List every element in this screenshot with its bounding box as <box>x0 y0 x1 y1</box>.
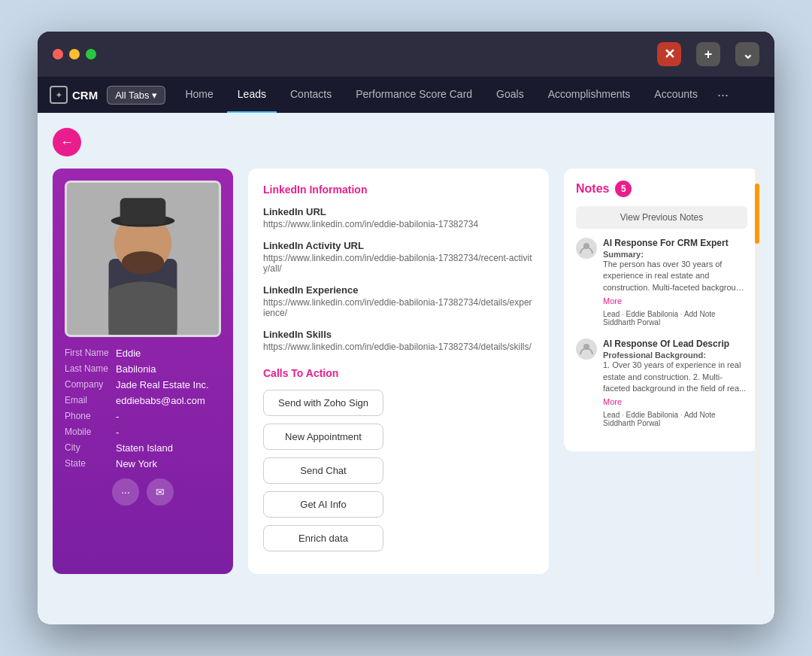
all-tabs-button[interactable]: All Tabs ▾ <box>107 86 165 105</box>
zoho-sign-button[interactable]: Send with Zoho Sign <box>263 390 383 416</box>
note-meta: Lead · Eddie Babilonia · Add Note Siddha… <box>603 310 747 326</box>
crm-logo-icon: ✦ <box>50 86 68 104</box>
linkedin-skills-label: LinkedIn Skills <box>263 329 534 340</box>
app-window: ✕ + ⌄ ✦ CRM All Tabs ▾ Home Leads Contac… <box>38 32 774 624</box>
company-value: Jade Real Estate Inc. <box>116 379 209 390</box>
email-value: eddiebabs@aol.com <box>116 395 205 406</box>
company-field: Company Jade Real Estate Inc. <box>65 379 221 390</box>
state-field: State New York <box>65 458 221 469</box>
add-note-link[interactable]: Add Note <box>684 310 716 318</box>
profile-email-button[interactable]: ✉ <box>147 478 174 506</box>
crm-logo: ✦ CRM <box>50 86 98 104</box>
state-label: State <box>65 458 110 469</box>
last-name-label: Last Name <box>65 363 110 374</box>
linkedin-section-title: LinkedIn Information <box>263 184 534 196</box>
last-name-field: Last Name Babilonia <box>65 363 221 375</box>
nav-tab-contacts[interactable]: Contacts <box>280 77 342 113</box>
maximize-traffic-light[interactable] <box>86 49 96 59</box>
nav-more-button[interactable]: ··· <box>711 87 735 103</box>
linkedin-skills-item: LinkedIn Skills https://www.linkedin.com… <box>263 329 534 352</box>
send-chat-button[interactable]: Send Chat <box>263 457 383 484</box>
city-value: Staten Island <box>116 442 173 454</box>
crm-logo-text: CRM <box>72 89 98 102</box>
phone-label: Phone <box>65 411 110 421</box>
traffic-lights <box>53 49 96 59</box>
linkedin-url-value[interactable]: https://www.linkedin.com/in/eddie-babilo… <box>263 219 534 229</box>
calls-section-title: Calls To Action <box>263 367 534 379</box>
window-more-button[interactable]: ⌄ <box>735 42 759 66</box>
note-avatar <box>576 238 597 259</box>
mobile-field: Mobile - <box>65 427 221 438</box>
notes-title: Notes <box>576 182 609 196</box>
mobile-value: - <box>116 427 119 438</box>
main-content: ← <box>38 113 774 624</box>
close-traffic-light[interactable] <box>53 49 63 59</box>
note-content: AI Response Of Lead Descrip Professional… <box>603 339 747 427</box>
linkedin-skills-value[interactable]: https://www.linkedin.com/in/eddie-babilo… <box>263 342 534 352</box>
get-ai-info-button[interactable]: Get AI Info <box>263 491 383 518</box>
window-add-button[interactable]: + <box>696 42 720 66</box>
window-close-button[interactable]: ✕ <box>657 42 681 66</box>
linkedin-url-item: LinkedIn URL https://www.linkedin.com/in… <box>263 206 534 229</box>
nav-tab-accomplishments[interactable]: Accomplishments <box>538 77 641 113</box>
note-more-link[interactable]: More <box>603 397 622 406</box>
profile-card: First Name Eddie Last Name Babilonia Com… <box>53 169 233 574</box>
scrollbar-thumb[interactable] <box>755 184 759 244</box>
first-name-field: First Name Eddie <box>65 348 221 359</box>
scrollbar-track <box>755 169 759 574</box>
note-meta: Lead · Eddie Babilonia · Add Note Siddha… <box>603 411 747 427</box>
note-item: AI Response Of Lead Descrip Professional… <box>576 339 747 427</box>
phone-value: - <box>116 411 119 422</box>
nav-tab-leads[interactable]: Leads <box>227 77 277 113</box>
note-title: AI Response Of Lead Descrip <box>603 339 747 349</box>
svg-point-6 <box>122 251 165 274</box>
phone-field: Phone - <box>65 411 221 422</box>
email-label: Email <box>65 395 110 405</box>
notes-count-badge: 5 <box>615 181 632 197</box>
enrich-data-button[interactable]: Enrich data <box>263 525 383 551</box>
linkedin-experience-label: LinkedIn Experience <box>263 284 534 296</box>
view-previous-notes-button[interactable]: View Previous Notes <box>576 206 747 229</box>
svg-rect-5 <box>120 198 166 224</box>
note-title: AI Response For CRM Expert <box>603 238 747 248</box>
linkedin-activity-item: LinkedIn Activity URL https://www.linked… <box>263 240 534 274</box>
nav-tab-performance[interactable]: Performance Score Card <box>345 77 483 113</box>
nav-tab-accounts[interactable]: Accounts <box>644 77 708 113</box>
note-item: AI Response For CRM Expert Summary: The … <box>576 238 747 326</box>
chevron-down-icon: ▾ <box>152 90 157 101</box>
linkedin-experience-item: LinkedIn Experience https://www.linkedin… <box>263 284 534 318</box>
notes-panel: Notes 5 View Previous Notes AI Response … <box>564 169 759 451</box>
back-button[interactable]: ← <box>53 128 81 156</box>
note-avatar <box>576 339 597 360</box>
linkedin-experience-value[interactable]: https://www.linkedin.com/in/eddie-babilo… <box>263 297 534 318</box>
add-note-link[interactable]: Add Note <box>684 411 716 419</box>
profile-more-button[interactable]: ··· <box>112 478 139 506</box>
linkedin-url-label: LinkedIn URL <box>263 206 534 217</box>
note-summary-label: Summary: <box>603 250 747 259</box>
titlebar: ✕ + ⌄ <box>38 32 774 77</box>
mobile-label: Mobile <box>65 427 110 437</box>
titlebar-controls: ✕ + ⌄ <box>657 42 759 66</box>
new-appointment-button[interactable]: New Appointment <box>263 424 383 450</box>
nav-tab-goals[interactable]: Goals <box>486 77 535 113</box>
center-panel: LinkedIn Information LinkedIn URL https:… <box>248 169 549 574</box>
minimize-traffic-light[interactable] <box>69 49 80 59</box>
city-label: City <box>65 442 110 453</box>
state-value: New York <box>116 458 157 469</box>
nav-tab-home[interactable]: Home <box>174 77 223 113</box>
company-label: Company <box>65 379 110 390</box>
note-more-link[interactable]: More <box>603 296 622 305</box>
linkedin-activity-label: LinkedIn Activity URL <box>263 240 534 251</box>
note-summary-label: Professional Background: <box>603 351 747 360</box>
notes-header: Notes 5 <box>576 181 747 197</box>
content-grid: First Name Eddie Last Name Babilonia Com… <box>53 169 759 574</box>
first-name-label: First Name <box>65 348 110 358</box>
city-field: City Staten Island <box>65 442 221 454</box>
calls-section: Calls To Action Send with Zoho Sign New … <box>263 367 534 551</box>
note-text: 1. Over 30 years of experience in real e… <box>603 360 747 394</box>
last-name-value: Babilonia <box>116 363 156 375</box>
email-field: Email eddiebabs@aol.com <box>65 395 221 406</box>
first-name-value: Eddie <box>116 348 141 359</box>
right-panel-wrapper: Notes 5 View Previous Notes AI Response … <box>564 169 759 574</box>
linkedin-activity-value[interactable]: https://www.linkedin.com/in/eddie-babilo… <box>263 253 534 274</box>
